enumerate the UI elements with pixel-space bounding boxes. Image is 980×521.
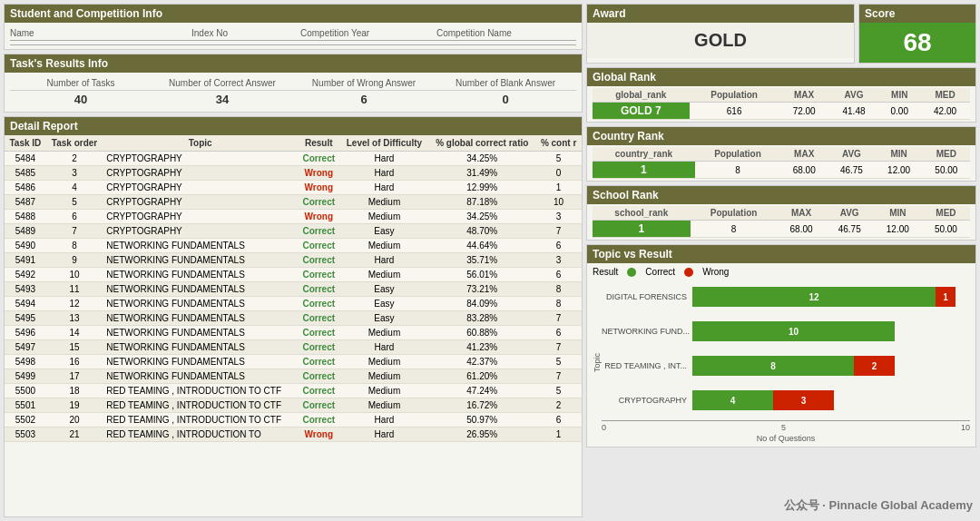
sr-pop-value: 8 <box>691 221 778 238</box>
student-compname-label: Competition Name <box>436 26 576 41</box>
sr-avg-value: 46.75 <box>826 221 874 238</box>
table-row: 41.23% <box>428 340 535 355</box>
table-row: Easy <box>340 224 429 239</box>
table-row: 5488 <box>5 210 46 224</box>
table-row: Hard <box>340 413 429 428</box>
table-row: 56.01% <box>428 268 535 282</box>
table-row: 34.25% <box>428 210 535 224</box>
table-row: 11 <box>46 282 103 297</box>
table-row: 5 <box>46 195 103 210</box>
table-row: 5503 <box>5 428 46 442</box>
table-row: Easy <box>340 297 429 311</box>
table-row: 5 <box>535 355 582 369</box>
table-row: 34.25% <box>428 152 535 166</box>
chart-area: Result Correct Wrong Topic DIGITAL FOREN… <box>587 263 975 447</box>
task-results-section: Task's Results Info Number of Tasks Numb… <box>4 54 583 113</box>
table-row: Correct <box>298 253 340 268</box>
gr-rank-value: GOLD 7 <box>593 103 690 120</box>
table-row: 8 <box>535 297 582 311</box>
table-row: Correct <box>298 340 340 355</box>
table-row: 17 <box>46 369 103 384</box>
topic-chart-section: Topic vs Result Result Correct Wrong Top… <box>586 244 976 447</box>
table-row: 5498 <box>5 355 46 369</box>
cr-max-col: MAX <box>780 147 828 162</box>
topic-chart-header: Topic vs Result <box>587 245 975 263</box>
table-row: 3 <box>46 166 103 181</box>
sr-avg-col: AVG <box>826 206 874 221</box>
table-row: 6 <box>535 413 582 428</box>
table-row: 7 <box>535 224 582 239</box>
cr-pop-value: 8 <box>695 162 780 179</box>
detail-table-wrapper[interactable]: Task ID Task order Topic Result Level of… <box>5 135 582 516</box>
bar-correct: 4 <box>692 390 773 410</box>
gr-avg-col: AVG <box>829 88 879 103</box>
table-row: NETWORKING FUNDAMENTALS <box>103 311 298 326</box>
gr-med-col: MED <box>920 88 970 103</box>
sr-rank-col: school_rank <box>593 206 691 221</box>
table-row: Correct <box>298 195 340 210</box>
student-year-label: Competition Year <box>300 26 436 41</box>
table-row: 31.49% <box>428 166 535 181</box>
student-index-label: Index No <box>191 26 300 41</box>
table-row: Easy <box>340 282 429 297</box>
award-header: Award <box>587 5 854 23</box>
bar-correct: 12 <box>692 287 936 307</box>
table-row: Correct <box>298 268 340 282</box>
table-row: Correct <box>298 152 340 166</box>
student-info-section: Student and Competition Info Name Index … <box>4 4 583 50</box>
table-row: 7 <box>46 224 103 239</box>
table-row: Correct <box>298 311 340 326</box>
table-row: 6 <box>535 239 582 253</box>
table-row: 0 <box>535 166 582 181</box>
table-row: Correct <box>298 384 340 398</box>
table-row: NETWORKING FUNDAMENTALS <box>103 282 298 297</box>
table-row: 87.18% <box>428 195 535 210</box>
detail-report-section: Detail Report Task ID Task order Topic R… <box>4 116 583 517</box>
left-panel: Student and Competition Info Name Index … <box>4 4 583 517</box>
table-row: 20 <box>46 413 103 428</box>
table-row: 18 <box>46 384 103 398</box>
col-taskorder: Task order <box>46 135 103 152</box>
table-row: NETWORKING FUNDAMENTALS <box>103 268 298 282</box>
table-row: Correct <box>298 398 340 413</box>
table-row: CRYPTOGRAPHY <box>103 181 298 195</box>
col-global: % global correct ratio <box>428 135 535 152</box>
student-index-value <box>191 41 300 45</box>
cr-avg-value: 46.75 <box>828 162 875 179</box>
table-row: 42.37% <box>428 355 535 369</box>
table-row: NETWORKING FUNDAMENTALS <box>103 297 298 311</box>
table-row: Wrong <box>298 166 340 181</box>
bar-topic-label: CRYPTOGRAPHY <box>602 396 692 405</box>
table-row: 5491 <box>5 253 46 268</box>
sr-pop-col: Population <box>691 206 778 221</box>
sr-max-col: MAX <box>778 206 826 221</box>
gr-pop-col: Population <box>690 88 779 103</box>
table-row: 21 <box>46 428 103 442</box>
table-row: 5497 <box>5 340 46 355</box>
table-row: 8 <box>46 239 103 253</box>
table-row: 15 <box>46 340 103 355</box>
table-row: 12 <box>46 297 103 311</box>
table-row: RED TEAMING , INTRODUCTION TO CTF <box>103 384 298 398</box>
chart-inner: Topic DIGITAL FORENSICS 12 1 NETWORKING … <box>593 282 970 443</box>
table-row: 7 <box>535 369 582 384</box>
table-row: 19 <box>46 398 103 413</box>
table-row: Medium <box>340 195 429 210</box>
table-row: Wrong <box>298 210 340 224</box>
correct-legend-label: Correct <box>645 267 675 277</box>
student-info-grid: Name Index No Competition Year Competiti… <box>10 26 576 45</box>
student-year-value <box>300 41 436 45</box>
table-row: 5490 <box>5 239 46 253</box>
table-row: 16.72% <box>428 398 535 413</box>
table-row: 73.21% <box>428 282 535 297</box>
table-row: 5486 <box>5 181 46 195</box>
table-row: 7 <box>535 311 582 326</box>
correct-legend-dot <box>627 268 636 277</box>
student-compname-value <box>436 41 576 45</box>
global-rank-header: Global Rank <box>587 68 975 86</box>
table-row: 61.20% <box>428 369 535 384</box>
tr-wrong-value: 6 <box>293 91 435 108</box>
table-row: 5493 <box>5 282 46 297</box>
cr-avg-col: AVG <box>828 147 875 162</box>
table-row: 5485 <box>5 166 46 181</box>
